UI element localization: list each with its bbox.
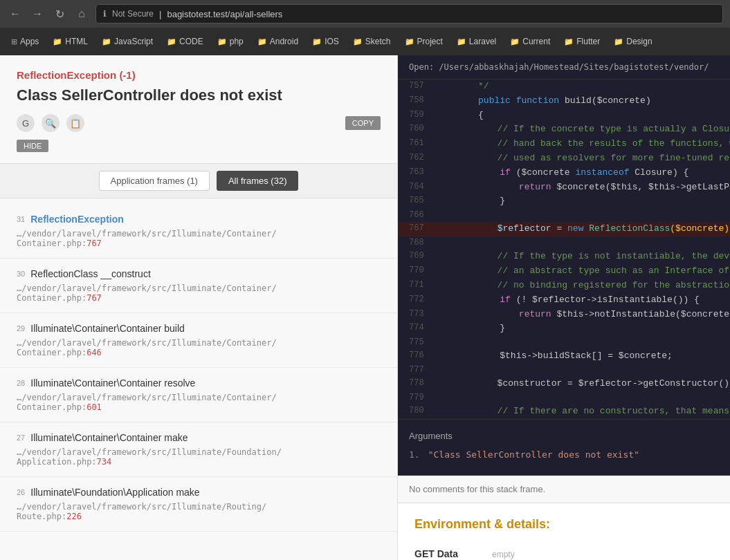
bookmark-label: IOS — [325, 37, 339, 46]
all-frames-tab[interactable]: All frames (32) — [217, 171, 299, 191]
code-line: 758 public function build($concrete) — [398, 94, 730, 109]
bookmark-item[interactable]: ⊞Apps — [6, 34, 44, 49]
code-line: 761 // hand back the results of the func… — [398, 137, 730, 151]
line-number: 776 — [398, 349, 435, 364]
bookmark-item[interactable]: 📁Android — [252, 34, 304, 49]
frame-class: Illuminate\Container\Container make — [17, 432, 381, 443]
bookmark-label: Apps — [20, 37, 39, 46]
line-content: } — [435, 321, 730, 336]
search-button-3[interactable]: 📋 — [66, 114, 84, 132]
frame-number: 27 — [17, 433, 25, 442]
code-line: 762 // used as resolvers for more fine-t… — [398, 151, 730, 166]
line-content: // If there are no constructors, that me… — [432, 404, 730, 419]
browser-chrome: ← → ↻ ⌂ ℹ Not Secure | bagistotest.test/… — [0, 0, 730, 55]
app-frames-tab[interactable]: Application frames (1) — [99, 171, 210, 191]
code-line: 775 — [398, 336, 730, 349]
bookmark-item[interactable]: 📁Laravel — [451, 34, 502, 49]
line-number: 774 — [398, 321, 435, 336]
frames-tabs: Application frames (1) All frames (32) — [0, 163, 397, 198]
frame-item[interactable]: 30 ReflectionClass __construct …/vendor/… — [0, 259, 397, 313]
frame-path: …/vendor/laravel/framework/src/Illuminat… — [17, 502, 381, 521]
bookmark-item[interactable]: 📁HTML — [47, 34, 93, 49]
frame-item[interactable]: 26 Illuminate\Foundation\Application mak… — [0, 477, 397, 532]
no-comments: No comments for this stack frame. — [398, 475, 730, 503]
folder-icon: 📁 — [614, 37, 623, 46]
refresh-button[interactable]: ↻ — [51, 6, 68, 22]
hide-button[interactable]: HIDE — [17, 140, 48, 152]
stack-frames: 31 ReflectionException …/vendor/laravel/… — [0, 198, 397, 537]
line-number: 768 — [398, 236, 435, 250]
frame-path: …/vendor/laravel/framework/src/Illuminat… — [17, 393, 381, 412]
line-number: 763 — [398, 166, 435, 180]
line-content: $this->buildStack[] = $concrete; — [435, 349, 730, 364]
search-button-2[interactable]: 🔍 — [42, 114, 60, 132]
frame-item[interactable]: 29 Illuminate\Container\Container build … — [0, 313, 397, 368]
folder-icon: 📁 — [167, 37, 176, 46]
bookmark-label: JavaScript — [114, 37, 153, 46]
frame-path: …/vendor/laravel/framework/src/Illuminat… — [17, 338, 381, 357]
address-bar[interactable]: ℹ Not Secure | bagistotest.test/api/all-… — [95, 4, 723, 24]
arguments-section: Arguments 1."Class SellerController does… — [398, 419, 730, 475]
line-number: 773 — [398, 308, 432, 322]
line-number: 767 — [398, 222, 432, 236]
error-header: ReflectionException (-1) Class SellerCon… — [0, 55, 397, 163]
bookmark-item[interactable]: 📁Sketch — [347, 34, 396, 49]
code-line: 759 { — [398, 109, 730, 123]
line-content — [435, 391, 730, 404]
google-search-button[interactable]: G — [17, 114, 35, 132]
bookmark-item[interactable]: 📁Project — [399, 34, 448, 49]
argument-item: 1."Class SellerController does not exist… — [409, 449, 719, 460]
line-content: public function build($concrete) — [435, 94, 730, 109]
folder-icon: 📁 — [405, 37, 414, 46]
env-title: Environment & details: — [414, 517, 713, 532]
bookmark-item[interactable]: 📁CODE — [161, 34, 209, 49]
line-content — [435, 364, 730, 377]
frame-class: ReflectionClass __construct — [17, 268, 381, 279]
bookmark-label: Flutter — [576, 37, 600, 46]
arg-num: 1. — [409, 449, 420, 460]
code-line: 780 // If there are no constructors, tha… — [398, 404, 730, 419]
folder-icon: 📁 — [102, 37, 111, 46]
back-button[interactable]: ← — [7, 6, 24, 22]
frame-item[interactable]: 28 Illuminate\Container\Container resolv… — [0, 368, 397, 422]
code-line: 757 */ — [398, 80, 730, 94]
line-content: // hand back the results of the function… — [432, 137, 730, 151]
line-content: { — [435, 109, 730, 123]
frame-class: ReflectionException — [17, 214, 381, 225]
bookmark-item[interactable]: 📁Flutter — [558, 34, 605, 49]
line-number: 761 — [398, 137, 432, 151]
code-line: 770 // an abstract type such as an Inter… — [398, 264, 730, 279]
code-block: 757 */ 758 public function build($concre… — [398, 80, 730, 419]
line-content: $constructor = $reflector->getConstructo… — [432, 377, 730, 391]
bookmark-item[interactable]: 📁php — [212, 34, 249, 49]
bookmark-item[interactable]: 📁IOS — [307, 34, 345, 49]
copy-button[interactable]: COPY — [345, 116, 381, 130]
lock-icon: ℹ — [103, 9, 107, 19]
bookmark-item[interactable]: 📁Design — [608, 34, 657, 49]
forward-button[interactable]: → — [29, 6, 46, 22]
frame-item[interactable]: 31 ReflectionException …/vendor/laravel/… — [0, 204, 397, 259]
code-line: 767 $reflector = new ReflectionClass($co… — [398, 222, 730, 236]
line-content: // no binding registered for the abstrac… — [432, 279, 730, 293]
line-number: 769 — [398, 250, 432, 264]
bookmark-label: Current — [522, 37, 550, 46]
bookmarks-bar: ⊞Apps📁HTML📁JavaScript📁CODE📁php📁Android📁I… — [0, 28, 730, 55]
search-icons: G 🔍 📋 COPY — [17, 114, 381, 132]
bookmark-item[interactable]: 📁Current — [504, 34, 556, 49]
frame-number: 31 — [17, 215, 25, 223]
line-number: 764 — [398, 180, 432, 195]
line-number: 777 — [398, 364, 435, 377]
line-content: // used as resolvers for more fine-tuned… — [432, 151, 730, 166]
bookmark-item[interactable]: 📁JavaScript — [96, 34, 158, 49]
line-number: 780 — [398, 404, 432, 419]
code-line: 772 if (! $reflector->isInstantiable()) … — [398, 293, 730, 308]
bookmark-label: Project — [417, 37, 443, 46]
code-line: 779 — [398, 391, 730, 404]
home-button[interactable]: ⌂ — [73, 6, 90, 22]
code-line: 763 if ($concrete instanceof Closure) { — [398, 166, 730, 180]
folder-icon: 📁 — [312, 37, 322, 46]
left-panel: ReflectionException (-1) Class SellerCon… — [0, 55, 398, 560]
frame-item[interactable]: 27 Illuminate\Container\Container make …… — [0, 422, 397, 477]
line-content: } — [435, 194, 730, 209]
folder-icon: ⊞ — [11, 37, 17, 46]
